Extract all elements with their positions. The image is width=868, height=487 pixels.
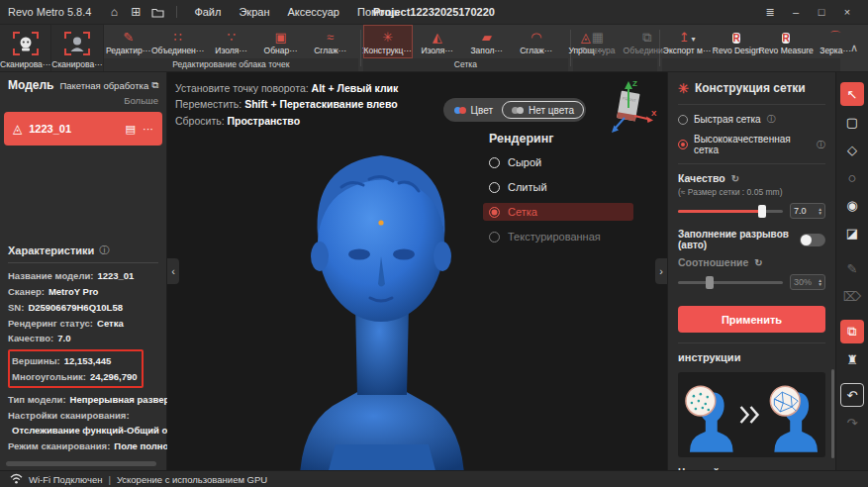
- undo-icon[interactable]: ↶: [840, 383, 864, 407]
- ribbon-button-revo-design[interactable]: RRevo Design: [712, 25, 761, 58]
- render-option-label: Сетка: [508, 206, 537, 218]
- info-icon[interactable]: ⓘ: [817, 139, 825, 151]
- ribbon-button-export[interactable]: ↥▾ Экспорт м···: [662, 25, 712, 58]
- invert-select-icon[interactable]: ◪: [840, 221, 864, 244]
- render-option-label: Текстурированная: [508, 231, 601, 243]
- mode-option-fast-mesh[interactable]: Быстрая сетка ⓘ: [678, 113, 825, 126]
- detect-icon: ▣: [274, 30, 286, 45]
- quality-value-box[interactable]: 7.0 ▴▾: [790, 203, 825, 219]
- select-arrow-icon[interactable]: ↖: [840, 82, 864, 106]
- collapse-right-panel-tab[interactable]: ›: [655, 258, 667, 284]
- fill-gaps-toggle[interactable]: [800, 234, 825, 246]
- reset-icon[interactable]: ↻: [731, 173, 739, 184]
- new-project-icon[interactable]: ⊞: [127, 4, 145, 20]
- model-menu-icon[interactable]: ···: [143, 123, 153, 135]
- isolate-points-icon: ∵: [227, 30, 235, 45]
- scan-button-2[interactable]: Сканирова···: [51, 25, 103, 71]
- ratio-label: Соотношение: [678, 256, 748, 268]
- quality-slider-handle[interactable]: [758, 205, 766, 218]
- ribbon-button-label: Сглаж···: [314, 46, 346, 55]
- mode-option-label: Высококачественная сетка: [694, 134, 811, 155]
- open-folder-icon[interactable]: [148, 4, 166, 20]
- disc-select-icon[interactable]: ◉: [840, 193, 864, 217]
- toggle-option-label: Цвет: [471, 105, 493, 116]
- ribbon-button-revo-measure[interactable]: RRevo Measure: [761, 25, 811, 58]
- minimize-button[interactable]: –: [783, 2, 809, 22]
- model-list-item[interactable]: ◬ 1223_01 ▤ ···: [4, 112, 162, 146]
- ribbon-button-fill-holes[interactable]: ▰Запол···: [462, 25, 512, 58]
- ribbon-button-smooth-mesh[interactable]: ◠Сглаж···: [512, 25, 561, 58]
- batch-processing-button[interactable]: Пакетная обработка ⧉: [59, 79, 158, 91]
- color-dots-icon: [454, 107, 466, 114]
- ribbon-button-isolate-mesh[interactable]: ◭Изоля···: [413, 25, 462, 58]
- quality-slider[interactable]: [678, 210, 783, 213]
- more-link[interactable]: Больше: [0, 94, 166, 110]
- ribbon-button-merge-cloud[interactable]: ∷Объединен···: [153, 25, 203, 58]
- quality-value: 7.0: [794, 206, 807, 216]
- rendering-title: Рендеринг: [483, 132, 633, 146]
- maximize-button[interactable]: □: [809, 2, 834, 22]
- render-option-textured: Текстурированная: [483, 228, 633, 245]
- toggle-option-label: Нет цвета: [529, 105, 574, 116]
- menu-file[interactable]: Файл: [194, 6, 221, 18]
- render-option-mesh[interactable]: Сетка: [483, 203, 633, 221]
- ribbon-button-detect[interactable]: ▣Обнар···: [256, 25, 306, 58]
- copy-icon[interactable]: ⧉: [840, 320, 864, 343]
- polygon-select-icon[interactable]: ◇: [840, 138, 864, 161]
- ribbon-button-mesh-construct[interactable]: ✳Конструкц···: [363, 25, 413, 58]
- viewport-3d[interactable]: Установите точку поворота: Alt + Левый к…: [167, 72, 667, 470]
- chevron-down-icon[interactable]: ▾: [692, 35, 696, 44]
- vertical-scrollbar[interactable]: [831, 369, 834, 458]
- ribbon-button-smooth-cloud[interactable]: ≈Сглаж···: [306, 25, 355, 58]
- property-row: SN:D25906679H6Q10L58: [8, 301, 158, 314]
- toggle-option-no-color[interactable]: Нет цвета: [502, 101, 584, 119]
- ribbon-button-label: Сглаж···: [520, 46, 552, 55]
- property-row: Режим сканирования:Поле полностью: [8, 439, 158, 452]
- render-option-raw[interactable]: Сырой: [483, 153, 633, 171]
- mode-option-hq-mesh[interactable]: Высококачественная сетка ⓘ: [678, 134, 825, 155]
- ribbon-button-label: Конструкц···: [363, 46, 411, 55]
- scan-button-1[interactable]: Сканирова···: [0, 25, 51, 71]
- stamp-icon[interactable]: ♜: [840, 347, 864, 371]
- mirror-icon: ⌒: [829, 30, 842, 45]
- ribbon-button-edit[interactable]: ✎Редактир···: [104, 25, 153, 58]
- batch-processing-label: Пакетная обработка: [59, 80, 148, 91]
- merge-points-icon: ∷: [173, 30, 181, 45]
- edit-pen-icon: ✎: [123, 30, 134, 45]
- rect-select-icon[interactable]: ▢: [840, 110, 864, 134]
- info-icon[interactable]: ⓘ: [99, 244, 109, 257]
- ribbon-button-isolate-cloud[interactable]: ∵Изоля···: [207, 25, 256, 58]
- apply-button[interactable]: Применить: [678, 306, 825, 333]
- ribbon-button-label: Текстура: [580, 46, 615, 55]
- fill-holes-icon: ▰: [482, 30, 492, 45]
- properties-section: Характеристики ⓘ Название модели:1223_01…: [0, 244, 166, 457]
- panels-menu-icon[interactable]: ≣: [757, 2, 783, 22]
- mesh-construct-icon: ✳: [382, 30, 393, 45]
- ribbon-button-mirror[interactable]: ⌒Зерка···: [811, 25, 860, 58]
- scan-frame-icon: [13, 32, 39, 57]
- home-icon[interactable]: ⌂: [105, 4, 123, 20]
- lasso-select-icon[interactable]: ◌: [840, 165, 864, 189]
- toggle-option-color[interactable]: Цвет: [445, 101, 502, 119]
- menu-screen[interactable]: Экран: [239, 6, 269, 18]
- stepper-icon[interactable]: ▴▾: [819, 207, 821, 216]
- ratio-value: 30%: [794, 277, 812, 287]
- revo-measure-icon: R: [782, 30, 789, 45]
- info-icon[interactable]: ⓘ: [767, 113, 776, 126]
- horizontal-scrollbar[interactable]: [6, 461, 156, 466]
- collapse-left-panel-tab[interactable]: ‹: [167, 258, 179, 284]
- export-apps-group: ↥▾ Экспорт м··· RRevo Design RRevo Measu…: [662, 25, 840, 71]
- group-caption-empty: [662, 58, 840, 71]
- ribbon-button-label: Изоля···: [421, 46, 453, 55]
- navigation-gizmo[interactable]: FRONT Z X: [602, 76, 659, 138]
- annotation-highlight-box: Вершины:12,153,445 Многоугольник:24,296,…: [8, 349, 144, 388]
- render-option-fused[interactable]: Слитый: [483, 178, 633, 196]
- menu-accessory[interactable]: Аксессуар: [287, 6, 339, 18]
- ribbon-button-label: Revo Measure: [758, 46, 813, 55]
- preview-icon[interactable]: ▤: [126, 123, 136, 136]
- main-area: Модель Пакетная обработка ⧉ Больше ◬ 122…: [0, 72, 868, 470]
- close-button[interactable]: ×: [834, 2, 860, 22]
- tab-model[interactable]: Модель: [8, 78, 53, 92]
- project-name: Project12232025170220: [373, 6, 495, 18]
- mode-option-label: Быстрая сетка: [694, 114, 761, 125]
